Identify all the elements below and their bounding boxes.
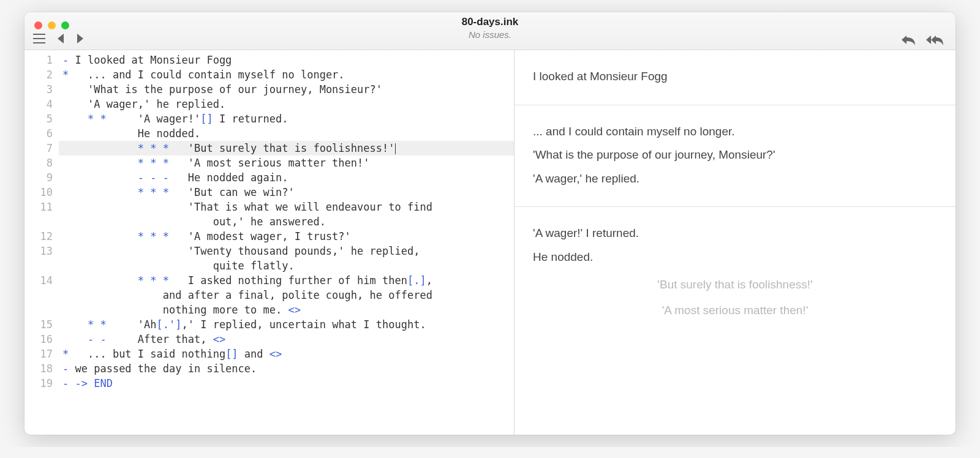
line-number: 19 <box>24 376 53 391</box>
status-text: No issues. <box>24 29 956 40</box>
line-number: 17 <box>24 347 53 361</box>
line-number: 6 <box>24 126 53 141</box>
traffic-lights <box>34 21 69 29</box>
line-number: 13 <box>24 244 53 258</box>
code-line[interactable]: * * 'A wager!'[] I returned. <box>59 111 514 126</box>
code-line[interactable]: - - After that, <> <box>59 332 514 347</box>
code-line[interactable]: - - - He nodded again. <box>59 170 514 185</box>
line-number: 8 <box>24 156 53 170</box>
code-line[interactable]: * * * 'A most serious matter then!' <box>59 156 514 170</box>
line-number: 12 <box>24 229 53 244</box>
line-gutter: 12345678910111213141516171819 <box>24 53 59 435</box>
preview-text: He nodded. <box>533 249 937 266</box>
close-button[interactable] <box>34 21 42 29</box>
code-line[interactable]: * * * I asked nothing further of him the… <box>59 273 514 288</box>
line-number: 16 <box>24 332 53 347</box>
reply-icon <box>900 34 916 46</box>
story-choice[interactable]: 'But surely that is foolishness!' <box>533 278 937 291</box>
line-number: 15 <box>24 317 53 332</box>
story-preview: I looked at Monsieur Fogg... and I could… <box>514 50 956 435</box>
code-line[interactable]: 'That is what we will endeavour to find <box>59 200 514 214</box>
code-area[interactable]: - I looked at Monsieur Fogg* ... and I c… <box>59 53 514 435</box>
code-line[interactable]: quite flatly. <box>59 258 514 273</box>
forward-icon <box>76 34 85 43</box>
preview-text: 'A wager!' I returned. <box>533 225 937 242</box>
line-number: 10 <box>24 185 53 200</box>
code-line[interactable]: * * 'Ah[.'],' I replied, uncertain what … <box>59 317 514 332</box>
code-line[interactable]: 'What is the purpose of our journey, Mon… <box>59 82 514 97</box>
preview-block: 'A wager!' I returned.He nodded.'But sur… <box>514 207 956 341</box>
line-number: 9 <box>24 170 53 185</box>
nav-forward-button[interactable] <box>76 34 85 43</box>
minimize-button[interactable] <box>48 21 56 29</box>
line-number: 7 <box>24 141 53 156</box>
preview-text: ... and I could contain myself no longer… <box>533 124 937 140</box>
code-line[interactable]: nothing more to me. <> <box>59 302 514 317</box>
code-line[interactable]: * ... but I said nothing[] and <> <box>59 347 514 361</box>
code-line[interactable]: - we passed the day in silence. <box>59 361 514 376</box>
hamburger-icon <box>33 34 45 43</box>
nav-back-button[interactable] <box>56 34 65 43</box>
code-line[interactable]: - -> END <box>59 376 514 391</box>
reply-all-icon <box>925 34 944 46</box>
line-number <box>24 214 53 229</box>
preview-text: 'A wager,' he replied. <box>533 171 937 187</box>
line-number: 4 <box>24 97 53 111</box>
preview-block: I looked at Monsieur Fogg <box>514 50 956 105</box>
code-line[interactable]: * * * 'But can we win?' <box>59 185 514 200</box>
code-editor[interactable]: 12345678910111213141516171819 - I looked… <box>24 50 514 435</box>
code-line[interactable]: and after a final, polite cough, he offe… <box>59 288 514 302</box>
body: 12345678910111213141516171819 - I looked… <box>24 50 956 435</box>
code-line[interactable]: - I looked at Monsieur Fogg <box>59 53 514 67</box>
line-number: 14 <box>24 273 53 288</box>
line-number: 3 <box>24 82 53 97</box>
toolbar-left <box>33 34 85 43</box>
preview-block: ... and I could contain myself no longer… <box>514 105 956 208</box>
line-number: 11 <box>24 200 53 214</box>
code-line[interactable]: * ... and I could contain myself no long… <box>59 67 514 82</box>
back-icon <box>56 34 65 43</box>
maximize-button[interactable] <box>61 21 69 29</box>
line-number: 5 <box>24 111 53 126</box>
line-number <box>24 288 53 302</box>
titlebar: 80-days.ink No issues. <box>24 12 956 50</box>
code-line[interactable]: 'Twenty thousand pounds,' he replied, <box>59 244 514 258</box>
step-back-button[interactable] <box>900 34 916 46</box>
line-number <box>24 302 53 317</box>
text-cursor <box>395 143 396 154</box>
line-number <box>24 258 53 273</box>
preview-text: I looked at Monsieur Fogg <box>533 69 937 85</box>
code-line[interactable]: * * * 'But surely that is foolishness!' <box>59 141 514 156</box>
story-choice[interactable]: 'A most serious matter then!' <box>533 304 937 317</box>
window-title: 80-days.ink <box>24 16 956 28</box>
code-line[interactable]: * * * 'A modest wager, I trust?' <box>59 229 514 244</box>
toolbar-right <box>900 34 944 46</box>
line-number: 18 <box>24 361 53 376</box>
app-window: 80-days.ink No issues. 12345678910111213… <box>24 12 956 435</box>
code-line[interactable]: out,' he answered. <box>59 214 514 229</box>
preview-text: 'What is the purpose of our journey, Mon… <box>533 147 937 163</box>
rewind-button[interactable] <box>925 34 944 46</box>
code-line[interactable]: He nodded. <box>59 126 514 141</box>
menu-button[interactable] <box>33 34 45 43</box>
line-number: 2 <box>24 67 53 82</box>
code-line[interactable]: 'A wager,' he replied. <box>59 97 514 111</box>
line-number: 1 <box>24 53 53 67</box>
